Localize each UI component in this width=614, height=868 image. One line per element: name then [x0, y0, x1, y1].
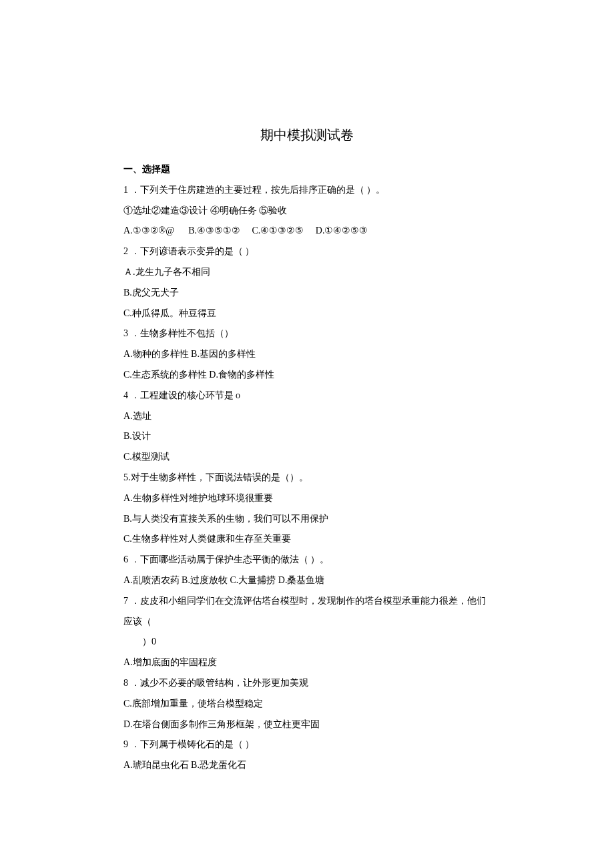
- q4-stem: 4 ．工程建设的核心环节是 o: [123, 386, 491, 406]
- q1-steps: ①选址②建造③设计 ④明确任务 ⑤验收: [123, 201, 491, 222]
- q3-optAB: A.物种的多样性 B.基因的多样性: [123, 344, 491, 365]
- page-title: 期中模拟测试卷: [123, 120, 491, 149]
- q2-stem: 2 ．下列谚语表示变异的是（ ）: [123, 242, 491, 262]
- q7-optD: D.在塔台侧面多制作三角形框架，使立柱更牢固: [123, 715, 491, 735]
- q7-optB: 8 ．减少不必要的吸管结构，让外形更加美观: [123, 673, 491, 694]
- q2-optB: B.虎父无犬子: [123, 283, 491, 304]
- q7-optC: C.底部增加重量，使塔台模型稳定: [123, 694, 491, 715]
- q7-stem: 7 ．皮皮和小组同学们在交流评估塔台模型时，发现制作的塔台模型承重能力很差，他们…: [123, 591, 491, 632]
- q5-optC: C.生物多样性对人类健康和生存至关重要: [123, 529, 491, 550]
- q5-stem: 5.对于生物多样性，下面说法错误的是（）。: [123, 468, 491, 488]
- q3-stem: 3 ．生物多样性不包括（）: [123, 324, 491, 344]
- q1-stem: 1 ．下列关于住房建造的主要过程，按先后排序正确的是（ ）。: [123, 180, 491, 201]
- q6-stem: 6 ．下面哪些活动属于保护生态平衡的做法（ ）。: [123, 550, 491, 570]
- section-heading: 一、选择题: [123, 159, 491, 180]
- q7-optA: A.增加底面的牢固程度: [123, 653, 491, 673]
- q4-optA: A.选址: [123, 406, 491, 427]
- q4-optB: B.设计: [123, 426, 491, 447]
- q1-options: A.①③②®@ B.④③⑤①② C.④①③②⑤ D.①④②⑤③: [123, 221, 491, 242]
- q3-optCD: C.生态系统的多样性 D.食物的多样性: [123, 365, 491, 386]
- q7-stem2: ）0: [123, 632, 491, 653]
- q2-optA: Ａ.龙生九子各不相同: [123, 262, 491, 283]
- q9-stem: 9 ．下列属于模铸化石的是（ ）: [123, 735, 491, 755]
- q9-options: A.琥珀昆虫化石 B.恐龙蛋化石: [123, 755, 491, 776]
- q4-optC: C.模型测试: [123, 447, 491, 468]
- q5-optB: B.与人类没有直接关系的生物，我们可以不用保护: [123, 509, 491, 530]
- q5-optA: A.生物多样性对维护地球环境很重要: [123, 488, 491, 509]
- q2-optC: C.种瓜得瓜。种豆得豆: [123, 304, 491, 324]
- q6-options: A.乱喷洒农药 B.过度放牧 C.大量捕捞 D.桑基鱼塘: [123, 570, 491, 591]
